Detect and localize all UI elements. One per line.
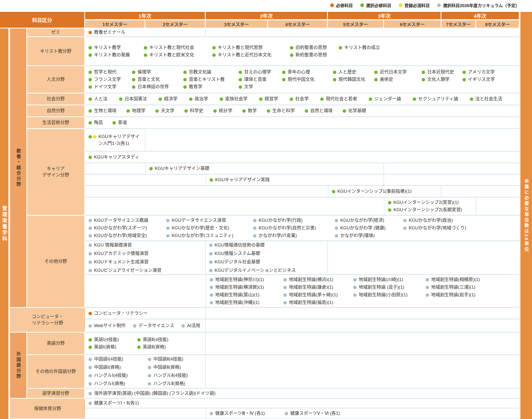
course-line: KGUキャリアデザイン実践 (210, 176, 383, 183)
course-title: KGUキャリアデザイン実践 (215, 176, 270, 183)
elective-required-dot-icon (462, 78, 466, 81)
category-label-11: その他の外国語分野 (27, 355, 84, 388)
curriculum-row: Webサイト制作データサイエンスAI活用 (85, 319, 520, 333)
header-subject-category: 科目区分 (0, 12, 85, 28)
course-line: 陶芸茶道 (88, 119, 520, 126)
course-title: 地域創生特論(川崎)(1) (359, 276, 403, 283)
elective-2026-dot-icon (166, 234, 170, 238)
course-item: 化学基礎 (343, 107, 368, 114)
course-title: ジェンダー論 (374, 96, 401, 102)
course-item: KGUかながわ学(政治) (403, 217, 455, 224)
course-title: 現代社会と若者 (326, 96, 357, 102)
elective-required-dot-icon (132, 85, 135, 89)
course-line: 中国語Ⅰ(資格)中国語Ⅱ(資格) (88, 364, 205, 371)
category-label-5: 自然分野 (27, 105, 84, 116)
category-label-text: 英語分野 (47, 340, 65, 347)
course-line: 地域創生特論(沖縄)(1)地域創生特論(福島)(1) (210, 299, 520, 306)
course-item: AI活用 (181, 322, 202, 329)
elective-required-dot-icon (88, 78, 92, 81)
elective-2026-dot-icon (181, 324, 185, 328)
course-item: KGUキャリアデザイン基礎 (149, 165, 211, 172)
course-title: KGU 情報基礎演習 (94, 242, 132, 249)
course-item: 現代中国文化 (282, 76, 333, 83)
course-item: アメリカ文学 (462, 69, 497, 76)
course-item: 音楽とキリスト教 (183, 76, 239, 83)
elective-required-dot-icon (88, 46, 92, 50)
course-title: 自然と環境 (310, 107, 333, 114)
course-item: 生物と環境 (88, 107, 119, 114)
course-title: 地域創生特論(横須賀)(1) (215, 284, 264, 291)
year-label: 2年次 (260, 12, 273, 19)
course-title: 科学史 (190, 107, 203, 114)
course-item: Webサイト制作 (88, 322, 128, 329)
course-item: コンピュータ・リテラシー (88, 310, 150, 317)
semester-cell: 海外語学演習(英語) (中国語) (韓国語) (フランス語)(ドイツ語) (85, 389, 520, 398)
header-semester-4: 4セメスター (268, 20, 328, 28)
semester-cell: キリスト教学キリスト教と現代社会キリスト教と現代思想旧約聖書の思想キリスト教の成… (85, 37, 520, 65)
semester-cell: 地域創生特論(神奈川)(1)地域創生特論(横浜)(1)地域創生特論(川崎)(1)… (206, 275, 520, 307)
course-title: 教養ゼミナール (94, 29, 125, 36)
elective-required-dot-icon (88, 338, 92, 342)
elective-required-dot-icon (88, 97, 92, 101)
course-title: KGUインターンシップ2(長期実習) (393, 206, 462, 213)
course-item: キリスト教と欧米文化 (144, 52, 212, 58)
course-title: ハングルⅠ(資格) (94, 380, 125, 387)
category-label-text: その他の外国語分野 (36, 368, 76, 375)
elective-required-dot-icon (210, 178, 213, 182)
course-title: データサイエンス (139, 322, 174, 329)
division-band-1: 教養・総合分野 (10, 28, 26, 307)
course-title: ハングルⅡ(資格) (153, 380, 185, 387)
elective-2026-dot-icon (285, 412, 288, 415)
elective-required-dot-icon (144, 46, 147, 50)
elective-2026-dot-icon (209, 244, 213, 247)
curriculum-row: KGUキャリアデザイン入門1･2(各1) (85, 129, 520, 152)
legend-label: 必修科目 (336, 2, 353, 8)
course-item: KGUデジタルイノベーションとビジネス (209, 267, 298, 274)
course-title: 健康スポーツⅢ・Ⅳ (各1) (215, 410, 265, 417)
elective-required-dot-icon (88, 109, 92, 113)
curriculum-row: 教養ゼミナール (85, 28, 520, 37)
header-semester-2: 2セメスター (145, 20, 206, 28)
course-title: KGUかながわ学(歴史・文化) (172, 225, 229, 231)
course-item: 日本近現代史 (422, 69, 462, 76)
course-item: KGUかながわ学 (健康) (335, 225, 403, 231)
elective-2026-dot-icon (88, 226, 92, 230)
course-title: 新約聖書の思想 (295, 52, 327, 58)
course-title: KGU情報システム基礎 (215, 250, 260, 257)
semester-cell: コンピュータ・リテラシー (85, 308, 206, 319)
semester-label: 2セメスター (163, 21, 188, 27)
semester-cell: 教養ゼミナール (85, 28, 206, 36)
elective-required-dot-icon (149, 167, 153, 170)
course-item: 英語Ⅰ(資格) (88, 344, 137, 351)
elective-required-dot-icon (267, 109, 270, 113)
course-item: 法と社会生活 (470, 96, 504, 102)
elective-required-dot-icon (422, 78, 425, 81)
course-title: 文化人類学 (427, 76, 450, 83)
course-line: KGU情報システム基礎 (209, 250, 327, 257)
legend-item: 選択必修科目 (360, 2, 391, 8)
course-item: ハングルⅠ(4技能) (88, 372, 148, 379)
course-title: 法と社会生活 (475, 96, 502, 102)
course-item: KGUかながわ学(行政) (253, 217, 335, 224)
course-title: KGUアカデミック情報演習 (94, 250, 149, 257)
header-semester-3: 3セメスター (206, 20, 268, 28)
category-label-text: その他分野 (45, 258, 67, 265)
semester-cell: KGUインターンシップ2(実習)(1)KGUインターンシップ2(長期実習) (384, 198, 476, 215)
category-label-text: 生活芸術分野 (42, 120, 69, 126)
course-title: 日本近現代史 (427, 69, 454, 76)
course-item: KGUドキュメント生成演習 (88, 259, 151, 265)
course-line: KGUキャリアデザイン入門1･2(各1) (88, 133, 145, 147)
curriculum-row: KGUキャリアデザイン実践 (85, 175, 520, 186)
elective-2026-dot-icon (209, 260, 213, 264)
elective-2026-dot-icon (148, 366, 151, 369)
course-item: 文学 (239, 83, 255, 90)
course-title: 家族社会学 (225, 96, 248, 102)
legend-label: 登録必須科目 (405, 2, 430, 8)
course-title: 地域創生特論(小田原)(1) (359, 292, 407, 298)
curriculum-row: 中国語Ⅰ(4技能)中国語Ⅱ(4技能)中国語Ⅰ(資格)中国語Ⅱ(資格)ハングルⅠ(… (85, 355, 520, 389)
elective-required-dot-icon (144, 53, 147, 57)
elective-2026-dot-icon (88, 244, 92, 247)
course-item: 文化人類学 (422, 76, 462, 83)
course-line: KGUキャリアスタディ (88, 154, 520, 161)
course-item: KGUかながわ学(経済) (335, 217, 403, 224)
